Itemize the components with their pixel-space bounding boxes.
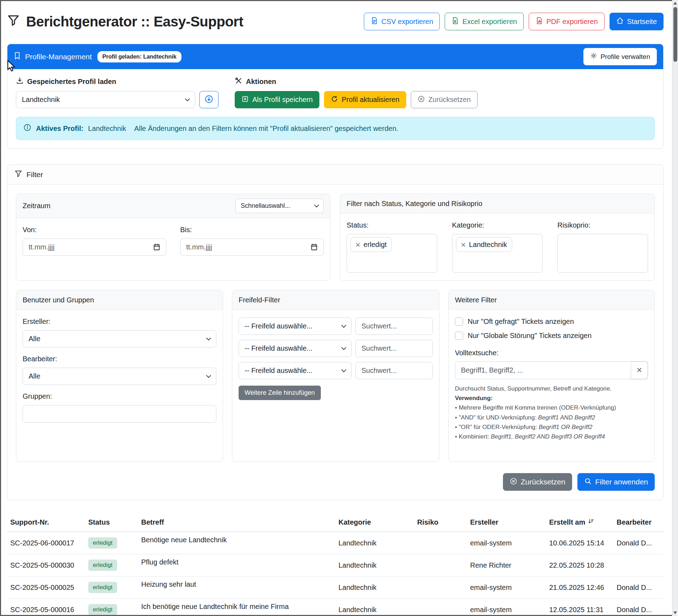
freifeld-select-1[interactable]: -- Freifeld auswähle...	[239, 318, 352, 335]
search-icon	[584, 477, 592, 487]
cell-bearbeiter: Donald D...	[614, 576, 664, 599]
table-header-row: Support-Nr. Status Betreff Kategorie Ris…	[7, 514, 664, 532]
status-multiselect[interactable]: × erledigt	[347, 234, 437, 273]
ersteller-select[interactable]: Alle	[23, 330, 216, 348]
freifeld-value-input-2[interactable]	[355, 340, 433, 357]
load-profile-button[interactable]	[199, 91, 218, 108]
profile-management-title: Profile-Management	[14, 52, 92, 61]
oft-gefragt-checkbox-label: Nur "Oft gefragt" Tickets anzeigen	[468, 318, 574, 326]
refresh-icon	[331, 95, 338, 104]
volltextsuche-input[interactable]	[455, 361, 631, 379]
bearbeiter-select-value: Alle	[29, 372, 40, 380]
von-label: Von:	[23, 226, 166, 234]
export-excel-button[interactable]: Excel exportieren	[445, 13, 524, 30]
cell-support-nr: SC-2025-05-000030	[7, 554, 85, 576]
freifeld-value-input-3[interactable]	[355, 362, 433, 379]
kategorie-selected-option[interactable]: × Landtechnik	[456, 237, 512, 252]
cell-status: erledigt	[85, 576, 138, 599]
bis-label: Bis:	[180, 226, 324, 234]
update-profile-button[interactable]: Profil aktualisieren	[324, 91, 406, 108]
freifeld-select-2[interactable]: -- Freifeld auswähle...	[239, 340, 352, 357]
home-icon	[616, 17, 624, 26]
export-pdf-button[interactable]: PDF exportieren	[529, 13, 605, 30]
col-betreff[interactable]: Betreff	[138, 514, 336, 532]
gruppen-multiselect[interactable]	[23, 405, 216, 423]
help-bullet: Kombiniert: Begriff1, Begriff2 AND Begri…	[455, 432, 648, 441]
globale-stoerung-checkbox[interactable]	[455, 332, 463, 340]
active-profile-name: Landtechnik	[88, 125, 126, 133]
cell-ersteller: email-system	[467, 599, 546, 616]
quick-select[interactable]: Schnellauswahl...	[235, 199, 324, 213]
window-edge-top	[0, 0, 672, 1]
profile-management-card: Profile-Management Profil geladen: Landt…	[7, 44, 664, 149]
kategorie-multiselect[interactable]: × Landtechnik	[452, 234, 543, 273]
col-risiko[interactable]: Risiko	[414, 514, 467, 532]
reset-profile-button[interactable]: Zurücksetzen	[411, 91, 478, 108]
reset-filter-button[interactable]: Zurücksetzen	[503, 473, 572, 491]
funnel-icon	[14, 170, 22, 179]
cell-support-nr: SC-2025-05-000016	[7, 599, 85, 616]
cell-status: erledigt	[85, 599, 138, 616]
table-row: SC-2025-06-000017 erledigt Benötige neue…	[7, 532, 664, 554]
apply-filter-button[interactable]: Filter anwenden	[577, 473, 655, 491]
clear-search-button[interactable]: ×	[631, 361, 648, 379]
cell-kategorie: Landtechnik	[336, 576, 414, 599]
status-badge: erledigt	[88, 582, 117, 593]
export-csv-button[interactable]: CSV exportieren	[364, 13, 440, 30]
freifeld-value-input-1[interactable]	[355, 318, 433, 335]
col-kategorie[interactable]: Kategorie	[336, 514, 414, 532]
risikoprio-multiselect[interactable]	[557, 234, 648, 273]
profile-load-section: Gespeichertes Profil laden Landtechnik	[16, 77, 218, 108]
col-ersteller[interactable]: Ersteller	[467, 514, 546, 532]
freifeld-panel-header: Freifeld-Filter	[232, 290, 439, 310]
page-title: Berichtgenerator :: Easy-Support	[7, 14, 243, 30]
filter-card-body: Zeitraum Schnellauswahl... Von:	[7, 185, 663, 500]
close-icon: ×	[637, 365, 642, 375]
benutzer-panel-header: Benutzer und Gruppen	[16, 290, 223, 310]
close-icon: ×	[461, 242, 466, 248]
zeitraum-panel-header: Zeitraum Schnellauswahl...	[16, 194, 330, 218]
saved-profile-select-value: Landtechnik	[22, 96, 60, 104]
bookmark-icon	[14, 52, 21, 61]
calendar-icon[interactable]	[310, 243, 318, 252]
status-label: Status:	[347, 221, 437, 229]
actions-label: Aktionen	[235, 77, 478, 86]
chevron-down-icon	[185, 96, 190, 101]
home-button[interactable]: Startseite	[610, 13, 664, 30]
status-panel-title: Filter nach Status, Kategorie und Risiko…	[347, 200, 482, 208]
manage-profiles-button[interactable]: Profile verwalten	[583, 48, 657, 65]
sort-desc-icon	[588, 518, 594, 526]
scrollbar-down-arrow-icon[interactable]	[673, 611, 677, 614]
add-freifeld-row-button[interactable]: Weitere Zeile hinzufügen	[239, 386, 321, 400]
col-erstellt-am[interactable]: Erstellt am	[546, 514, 614, 532]
saved-profile-select[interactable]: Landtechnik	[16, 91, 195, 108]
chevron-down-icon	[341, 323, 346, 328]
cell-risiko	[414, 576, 467, 599]
col-support-nr[interactable]: Support-Nr.	[7, 514, 85, 532]
circle-x-icon	[418, 95, 425, 104]
globale-stoerung-checkbox-label: Nur "Globale Störung" Tickets anzeigen	[468, 332, 592, 340]
cell-status: erledigt	[85, 554, 138, 576]
bearbeiter-select[interactable]: Alle	[23, 368, 216, 385]
scrollbar-thumb[interactable]	[673, 7, 677, 62]
tickets-table: Support-Nr. Status Betreff Kategorie Ris…	[7, 514, 664, 616]
calendar-icon[interactable]	[153, 243, 161, 252]
col-status[interactable]: Status	[85, 514, 138, 532]
status-selected-option[interactable]: × erledigt	[350, 237, 392, 252]
col-bearbeiter[interactable]: Bearbeiter	[614, 514, 664, 532]
chevron-down-icon	[314, 203, 319, 207]
date-from-input[interactable]	[23, 238, 166, 256]
freifeld-filter-panel: Freifeld-Filter -- Freifeld auswähle...	[232, 290, 439, 462]
cell-betreff: Pflug defekt	[138, 554, 336, 576]
info-icon	[23, 123, 31, 133]
freifeld-select-3[interactable]: -- Freifeld auswähle...	[239, 362, 352, 379]
vertical-scrollbar[interactable]	[672, 0, 678, 616]
cell-support-nr: SC-2025-06-000017	[7, 532, 85, 554]
scrollbar-up-arrow-icon[interactable]	[673, 2, 677, 5]
file-excel-icon	[451, 17, 459, 26]
date-to-input[interactable]	[180, 238, 324, 256]
save-as-profile-button[interactable]: Als Profil speichern	[235, 91, 319, 108]
active-profile-hint: Alle Änderungen an den Filtern können mi…	[134, 125, 398, 133]
filter-card-header: Filter	[7, 165, 663, 185]
oft-gefragt-checkbox[interactable]	[455, 318, 463, 326]
